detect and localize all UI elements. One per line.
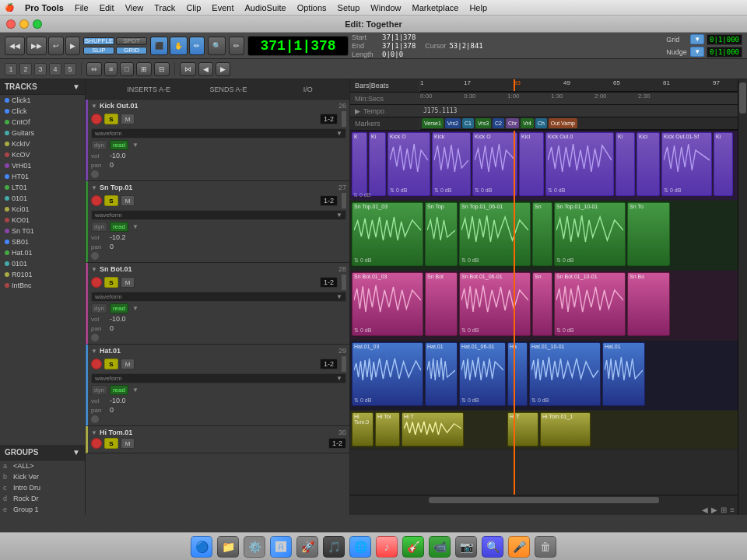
view-toggle-btn[interactable]: ≡ [104, 62, 117, 76]
strip-collapse-sntop[interactable]: ▼ [91, 184, 97, 191]
read-sntop[interactable]: read [110, 222, 128, 232]
menu-file[interactable]: File [75, 3, 89, 12]
strip-collapse-hat[interactable]: ▼ [91, 348, 97, 355]
output-kick[interactable]: 1-2 [320, 114, 338, 124]
group-kick-ver[interactable]: b Kick Ver [0, 471, 85, 482]
marker-out-vamp[interactable]: Out Vamp [549, 118, 577, 128]
menu-clip[interactable]: Clip [186, 3, 201, 12]
track-name-click[interactable]: Click [0, 106, 85, 117]
num-1-button[interactable]: 1 [5, 63, 17, 75]
clip-ki[interactable]: Ki [369, 132, 386, 196]
tracks-collapse-icon[interactable]: ▼ [72, 82, 80, 91]
marker-chr[interactable]: Chr [506, 118, 519, 128]
strip-collapse-hitom[interactable]: ▼ [91, 429, 97, 436]
dyn-hat[interactable]: dyn [91, 385, 107, 395]
solo-hitom-button[interactable]: S [104, 438, 118, 449]
track-name-ht01[interactable]: HT01 [0, 171, 85, 182]
mute-kick-button[interactable]: M [121, 114, 135, 124]
read-kick[interactable]: read [110, 140, 128, 150]
dyn-arrow-snbot[interactable]: ▼ [132, 305, 139, 312]
clip-sn[interactable]: Sn [532, 202, 552, 266]
track-name-0101b[interactable]: 0101 [0, 258, 85, 269]
groups-collapse-icon[interactable]: ▼ [72, 448, 80, 457]
clip-hi-t1[interactable]: Hi T [507, 412, 538, 446]
mute-hitom-button[interactable]: M [121, 438, 135, 449]
marker-vr4[interactable]: Vr4 [521, 118, 534, 128]
menu-help[interactable]: Help [469, 3, 487, 12]
track-name-vrh01[interactable]: VrH01 [0, 160, 85, 171]
track-name-kcov[interactable]: KcOV [0, 149, 85, 160]
track-name-lt01[interactable]: LT01 [0, 182, 85, 193]
group-all[interactable]: a <ALL> [0, 460, 85, 471]
clip-snbot-03[interactable]: Sn Bot.01_03 ⇅ 0 dB [352, 272, 423, 336]
dyn-arrow-hat[interactable]: ▼ [132, 387, 139, 394]
menu-setup[interactable]: Setup [338, 3, 360, 12]
menu-view[interactable]: View [125, 3, 144, 12]
output-hitom[interactable]: 1-2 [328, 438, 346, 449]
dock-finder2[interactable]: 🔍 [482, 536, 503, 558]
strip-collapse-kick[interactable]: ▼ [91, 103, 97, 110]
menu-audiosuite[interactable]: AudioSuite [244, 3, 286, 12]
num-5-button[interactable]: 5 [64, 63, 76, 75]
clip-kick2[interactable]: Kick ⇅ 0 dB [432, 132, 471, 196]
read-snbot[interactable]: read [110, 303, 128, 313]
minimize-button[interactable] [19, 19, 29, 29]
dyn-arrow-sntop[interactable]: ▼ [132, 223, 139, 230]
clip-kick-out0[interactable]: Kick Out.0 ⇅ 0 dB [545, 132, 614, 196]
dyn-arrow-kick[interactable]: ▼ [132, 142, 139, 149]
mute-snbot-button[interactable]: M [121, 277, 135, 288]
menu-marketplace[interactable]: Marketplace [412, 3, 458, 12]
loop-button[interactable]: ↩ [48, 37, 64, 55]
zoom-icon[interactable]: ⊞ [721, 506, 727, 514]
dock-trash[interactable]: 🗑 [535, 536, 556, 558]
solo-snbot-button[interactable]: S [104, 277, 118, 288]
dock-safari[interactable]: 🌐 [349, 536, 371, 558]
menu-track[interactable]: Track [154, 3, 175, 12]
next-track-btn[interactable]: ▶ [216, 62, 230, 76]
clip-hitoi[interactable]: Hi Toi [375, 412, 400, 446]
dyn-sntop[interactable]: dyn [91, 222, 107, 232]
slip-mode[interactable]: SLIP [83, 47, 114, 54]
waveform-snbot[interactable]: waveform▼ [91, 292, 346, 302]
track-name-ko01[interactable]: KO01 [0, 215, 85, 226]
rec-hitom-button[interactable] [91, 438, 102, 449]
menu-edit[interactable]: Edit [100, 3, 114, 12]
pan-knob-hat[interactable] [91, 415, 99, 423]
scroll-thumb[interactable] [429, 497, 659, 503]
clip-hat-06[interactable]: Hat.01_06-01 ⇅ 0 dB [459, 342, 506, 406]
clip-kick-o1[interactable]: Kick O ⇅ 0 dB [388, 132, 430, 196]
track-name-0101[interactable]: 0101 [0, 193, 85, 204]
fast-forward-button[interactable]: ▶▶ [26, 37, 47, 55]
clip-sn2[interactable]: Sn [532, 272, 552, 336]
clip-snbot-06[interactable]: Sn Bot.01_06-01 ⇅ 0 dB [459, 272, 531, 336]
clip-ki3[interactable]: Ki [714, 132, 733, 196]
track-name-kckiv[interactable]: KckIV [0, 138, 85, 149]
mute-hat-button[interactable]: M [121, 359, 135, 369]
dock-facetime[interactable]: 📹 [429, 536, 451, 558]
dock-keynote[interactable]: 🎤 [508, 536, 530, 558]
output-sntop[interactable]: 1-2 [320, 195, 338, 206]
solo-kick-button[interactable]: S [104, 114, 118, 124]
horizontal-scrollbar[interactable] [350, 495, 738, 504]
track-name-click1[interactable]: Click1 [0, 95, 85, 106]
clip-sn-bo[interactable]: Sn Bo [627, 272, 670, 336]
solo-sntop-button[interactable]: S [104, 195, 118, 206]
dock-appstore[interactable]: 🅰 [270, 536, 292, 558]
marker-vrs2[interactable]: Vrs2 [445, 118, 461, 128]
rec-snbot-button[interactable] [91, 277, 102, 288]
pan-knob-sntop[interactable] [91, 252, 99, 260]
menu-window[interactable]: Window [370, 3, 401, 12]
track-name-guitars[interactable]: Guitars [0, 128, 85, 138]
output-hat[interactable]: 1-2 [320, 359, 338, 369]
rec-hat-button[interactable] [91, 359, 102, 369]
pan-knob-kick[interactable] [91, 170, 99, 178]
pan-knob-snbot[interactable] [91, 334, 99, 341]
track-name-intbnc[interactable]: IntBnc [0, 280, 85, 291]
dock-photobooth[interactable]: 📷 [455, 536, 477, 558]
clip-hat01[interactable]: Hat.01 [425, 342, 458, 406]
scroll-left-btn[interactable]: ◀ [702, 506, 708, 514]
dock-launchpad[interactable]: 🚀 [296, 536, 318, 558]
spot-mode[interactable]: SPOT [116, 37, 147, 45]
nudge-down-button[interactable]: ▼ [690, 47, 704, 57]
pencil2-tool[interactable]: ✏ [229, 37, 244, 55]
